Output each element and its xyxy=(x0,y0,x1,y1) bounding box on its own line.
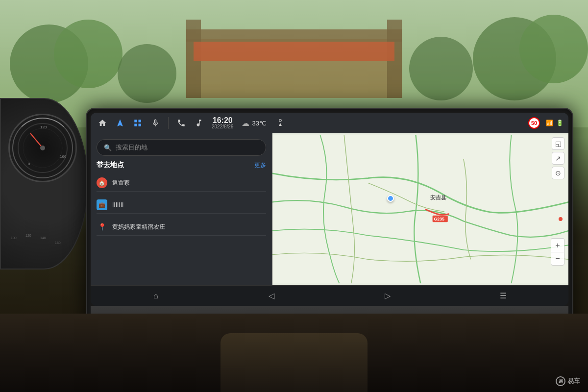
screen-back-icon: ◁ xyxy=(269,291,274,300)
location-home[interactable]: 🏠 返置家 xyxy=(97,174,266,192)
screen-home-btn[interactable]: ⌂ xyxy=(146,290,166,302)
svg-point-17 xyxy=(40,146,45,150)
recent-destinations-header: 带去地点 更多 xyxy=(97,161,266,170)
svg-point-11 xyxy=(18,123,67,172)
screen-forward-btn[interactable]: ▷ xyxy=(378,289,397,302)
work-location-icon: 💼 xyxy=(97,199,107,210)
apps-icon[interactable] xyxy=(131,116,145,130)
map-svg: 安吉县 G235 xyxy=(272,133,569,285)
svg-text:安吉县: 安吉县 xyxy=(429,195,446,201)
svg-text:160: 160 xyxy=(60,154,67,159)
mic-icon[interactable] xyxy=(148,116,162,130)
watermark-logo: 易 xyxy=(556,376,565,386)
location-marker-dot xyxy=(387,195,394,202)
svg-line-16 xyxy=(30,133,43,148)
map-panel[interactable]: 安吉县 G235 ◱ ↗ ⊙ xyxy=(272,133,569,285)
center-console xyxy=(220,333,368,392)
infotainment-screen-container: 16:20 2022/8/29 ☁ 33℃ 50 📶 🔋 xyxy=(86,108,573,336)
map-controls: ◱ ↗ ⊙ xyxy=(552,137,564,179)
search-icon: 🔍 xyxy=(104,144,112,151)
screen-menu-icon: ☰ xyxy=(500,291,507,300)
screen-menu-btn[interactable]: ☰ xyxy=(493,289,513,302)
section-title: 带去地点 xyxy=(97,161,124,170)
navigation-panel: 🔍 搜索目的地 带去地点 更多 🏠 返置家 💼 IIIIIII xyxy=(91,133,272,285)
music-icon[interactable] xyxy=(192,116,206,130)
svg-point-12 xyxy=(23,128,62,168)
watermark-logo-text: 易 xyxy=(559,378,563,385)
top-right-status: 📶 🔋 xyxy=(546,120,564,126)
zoom-out-button[interactable]: − xyxy=(551,252,564,266)
screen-back-btn[interactable]: ◁ xyxy=(262,289,281,302)
speedometer-svg: 0 120 160 xyxy=(13,119,72,177)
location-poi[interactable]: 📍 黄妈妈家童精宿农庄 xyxy=(97,219,266,236)
search-placeholder-text: 搜索目的地 xyxy=(116,143,147,152)
search-bar[interactable]: 🔍 搜索目的地 xyxy=(97,139,266,156)
main-content-area: 🔍 搜索目的地 带去地点 更多 🏠 返置家 💼 IIIIIII xyxy=(91,133,568,285)
screen-bottom-bar: ⌂ ◁ ▷ ☰ xyxy=(91,285,568,306)
svg-rect-25 xyxy=(139,124,141,126)
current-location-pin xyxy=(387,195,394,202)
speed-labels: 100 120 140 160 xyxy=(3,229,72,259)
location-work[interactable]: 💼 IIIIIII xyxy=(97,196,266,214)
speed-limit-badge: 50 xyxy=(528,117,540,129)
phone-icon[interactable] xyxy=(174,116,188,130)
svg-text:120: 120 xyxy=(25,234,31,237)
time-display: 16:20 2022/8/29 xyxy=(212,117,234,129)
watermark: 易 易车 xyxy=(556,376,580,386)
map-control-layers[interactable]: ◱ xyxy=(552,137,564,150)
svg-rect-24 xyxy=(134,124,137,126)
poi-location-icon: 📍 xyxy=(97,221,107,232)
svg-rect-22 xyxy=(134,120,137,122)
infotainment-screen: 16:20 2022/8/29 ☁ 33℃ 50 📶 🔋 xyxy=(91,113,568,306)
svg-rect-23 xyxy=(139,120,141,122)
map-control-compass[interactable]: ↗ xyxy=(552,152,564,165)
speedometer-panel: 0 120 160 100 120 140 160 xyxy=(0,98,88,270)
signal-icon: 📶 xyxy=(546,120,553,126)
status-bar: 16:20 2022/8/29 ☁ 33℃ 50 📶 🔋 xyxy=(91,113,568,133)
svg-point-26 xyxy=(279,120,282,122)
screen-home-icon: ⌂ xyxy=(153,292,158,300)
svg-text:G235: G235 xyxy=(434,217,444,221)
work-location-label: IIIIIII xyxy=(112,201,123,208)
svg-text:160: 160 xyxy=(55,241,61,245)
seatbelt-icon xyxy=(273,116,287,130)
home-location-icon: 🏠 xyxy=(97,177,107,188)
weather-icon: ☁ xyxy=(242,119,249,128)
home-location-label: 返置家 xyxy=(112,179,130,187)
svg-text:0: 0 xyxy=(28,162,30,166)
watermark-text: 易车 xyxy=(567,377,580,386)
clock-date: 2022/8/29 xyxy=(212,124,234,129)
map-zoom-controls: + − xyxy=(551,238,564,266)
screen-forward-icon: ▷ xyxy=(385,291,391,300)
clock-time: 16:20 xyxy=(212,117,234,124)
svg-text:140: 140 xyxy=(40,236,46,240)
svg-text:120: 120 xyxy=(40,125,47,129)
map-control-location[interactable]: ⊙ xyxy=(552,167,564,179)
navigate-icon[interactable] xyxy=(113,116,127,130)
more-link[interactable]: 更多 xyxy=(254,161,266,170)
speedometer-dial: 0 120 160 xyxy=(8,114,77,182)
map-alert-dot xyxy=(559,217,563,221)
weather-info: ☁ 33℃ xyxy=(242,119,267,128)
svg-text:100: 100 xyxy=(11,236,17,240)
zoom-in-button[interactable]: + xyxy=(551,238,564,252)
battery-icon: 🔋 xyxy=(556,120,564,126)
status-divider-1 xyxy=(168,117,169,129)
bottom-dashboard xyxy=(0,314,588,392)
home-icon[interactable] xyxy=(96,116,109,130)
temperature: 33℃ xyxy=(252,120,267,127)
poi-location-label: 黄妈妈家童精宿农庄 xyxy=(112,223,165,231)
